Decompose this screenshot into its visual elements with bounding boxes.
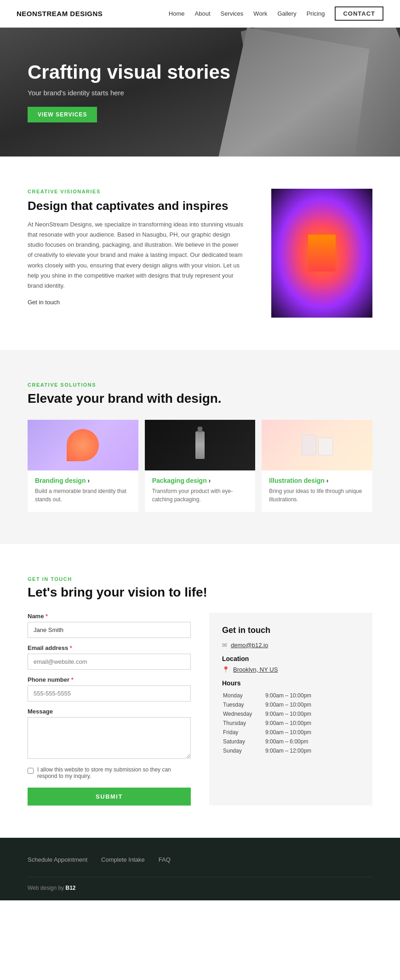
footer-link-faq[interactable]: FAQ xyxy=(159,856,171,863)
nav-pricing[interactable]: Pricing xyxy=(307,10,325,17)
hero-subtext: Your brand's identity starts here xyxy=(28,89,230,97)
service-desc-illustration: Bring your ideas to life through unique … xyxy=(269,487,365,504)
nav-about[interactable]: About xyxy=(195,10,211,17)
hours-row: Monday9:00am – 10:00pm xyxy=(223,691,359,700)
about-section: CREATIVE VISIONARIES Design that captiva… xyxy=(0,157,400,350)
contact-email[interactable]: demo@b12.io xyxy=(231,642,268,649)
envelope-icon: ✉ xyxy=(222,642,227,649)
message-label: Message xyxy=(28,708,191,715)
service-body-illustration: Illustration design › Bring your ideas t… xyxy=(262,470,372,512)
submit-button[interactable]: SUBMIT xyxy=(28,788,191,806)
hours-row: Tuesday9:00am – 10:00pm xyxy=(223,701,359,709)
about-text: CREATIVE VISIONARIES Design that captiva… xyxy=(28,189,244,306)
navbar: NEONSTREAM DESIGNS Home About Services W… xyxy=(0,0,400,28)
branding-shape-icon xyxy=(67,429,99,461)
contact-heading: Let's bring your vision to life! xyxy=(28,586,372,600)
phone-input[interactable] xyxy=(28,685,191,702)
email-label: Email address * xyxy=(28,644,191,651)
services-section: CREATIVE SOLUTIONS Elevate your brand wi… xyxy=(0,350,400,544)
hero-heading: Crafting visual stories xyxy=(28,62,230,83)
service-card-illustration[interactable]: Illustration design › Bring your ideas t… xyxy=(262,420,372,512)
nav-work[interactable]: Work xyxy=(253,10,267,17)
footer-brand: B12 xyxy=(66,885,76,891)
service-card-branding[interactable]: Branding design › Build a memorable bran… xyxy=(28,420,138,512)
services-grid: Branding design › Build a memorable bran… xyxy=(28,420,372,512)
service-desc-packaging: Transform your product with eye-catching… xyxy=(152,487,248,504)
about-image-inner xyxy=(271,189,372,318)
footer-bottom: Web design by B12 xyxy=(28,877,372,891)
hero-cta-button[interactable]: VIEW SERVICES xyxy=(28,107,97,122)
about-image xyxy=(271,189,372,318)
nav-gallery[interactable]: Gallery xyxy=(277,10,296,17)
email-row: ✉ demo@b12.io xyxy=(222,642,360,649)
footer-link-schedule[interactable]: Schedule Appointment xyxy=(28,856,87,863)
about-link[interactable]: Get in touch xyxy=(28,299,60,306)
hero-section: Crafting visual stories Your brand's ide… xyxy=(0,28,400,157)
about-heading: Design that captivates and inspires xyxy=(28,199,244,213)
service-image-packaging xyxy=(145,420,256,470)
footer-credit: Web design by B12 xyxy=(28,885,76,891)
hours-row: Friday9:00am – 10:00pm xyxy=(223,728,359,736)
hours-table: Monday9:00am – 10:00pmTuesday9:00am – 10… xyxy=(222,690,360,756)
about-body: At NeonStream Designs, we specialize in … xyxy=(28,220,244,291)
hours-row: Sunday9:00am – 12:00pm xyxy=(223,747,359,755)
footer: Schedule Appointment Complete Intake FAQ… xyxy=(0,838,400,900)
service-title-branding: Branding design › xyxy=(35,477,131,484)
service-card-packaging[interactable]: Packaging design › Transform your produc… xyxy=(145,420,256,512)
contact-form: Name * Email address * Phone number * Me… xyxy=(28,613,191,806)
hours-row: Thursday9:00am – 10:00pm xyxy=(223,719,359,727)
consent-text: I allow this website to store my submiss… xyxy=(37,766,191,779)
hours-label: Hours xyxy=(222,679,360,687)
consent-row: I allow this website to store my submiss… xyxy=(28,766,191,779)
hero-content: Crafting visual stories Your brand's ide… xyxy=(28,62,230,122)
footer-link-intake[interactable]: Complete Intake xyxy=(101,856,145,863)
service-image-branding xyxy=(28,420,138,470)
brand-logo: NEONSTREAM DESIGNS xyxy=(17,10,103,17)
service-title-packaging: Packaging design › xyxy=(152,477,248,484)
packaging-bottle-icon xyxy=(195,431,205,459)
contact-location[interactable]: Brooklyn, NY US xyxy=(233,666,278,673)
nav-contact-button[interactable]: CONTACT xyxy=(335,6,383,21)
nav-links: Home About Services Work Gallery Pricing… xyxy=(169,6,383,21)
contact-section: GET IN TOUCH Let's bring your vision to … xyxy=(0,544,400,838)
services-label: CREATIVE SOLUTIONS xyxy=(28,382,372,388)
notebook-2 xyxy=(318,438,333,455)
service-image-illustration xyxy=(262,420,372,470)
name-input[interactable] xyxy=(28,622,191,638)
services-heading: Elevate your brand with design. xyxy=(28,391,372,406)
service-title-illustration: Illustration design › xyxy=(269,477,365,484)
phone-label: Phone number * xyxy=(28,676,191,683)
illustration-notebooks-icon xyxy=(302,435,333,455)
contact-section-label: GET IN TOUCH xyxy=(28,576,372,582)
service-body-packaging: Packaging design › Transform your produc… xyxy=(145,470,256,512)
hours-row: Wednesday9:00am – 10:00pm xyxy=(223,710,359,718)
pin-icon: 📍 xyxy=(222,666,229,673)
name-label: Name * xyxy=(28,613,191,620)
consent-checkbox[interactable] xyxy=(28,768,34,774)
about-section-label: CREATIVE VISIONARIES xyxy=(28,189,244,194)
message-input[interactable] xyxy=(28,717,191,759)
contact-info-heading: Get in touch xyxy=(222,626,360,635)
location-row: 📍 Brooklyn, NY US xyxy=(222,666,360,673)
location-label: Location xyxy=(222,655,360,662)
tunnel-visual xyxy=(308,235,336,272)
contact-grid: Name * Email address * Phone number * Me… xyxy=(28,613,372,806)
contact-info-panel: Get in touch ✉ demo@b12.io Location 📍 Br… xyxy=(209,613,372,806)
service-body-branding: Branding design › Build a memorable bran… xyxy=(28,470,138,512)
service-desc-branding: Build a memorable brand identity that st… xyxy=(35,487,131,504)
nav-home[interactable]: Home xyxy=(169,10,185,17)
notebook-1 xyxy=(302,435,316,455)
footer-links: Schedule Appointment Complete Intake FAQ xyxy=(28,856,372,863)
email-input[interactable] xyxy=(28,654,191,670)
nav-services[interactable]: Services xyxy=(221,10,244,17)
hours-row: Saturday9:00am – 6:00pm xyxy=(223,737,359,746)
